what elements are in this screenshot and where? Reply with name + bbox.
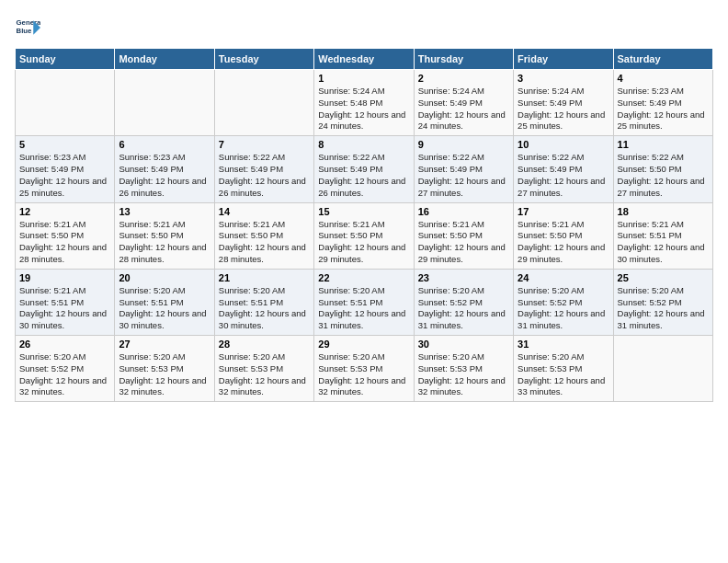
- day-number: 10: [518, 139, 609, 150]
- page-header: General Blue: [15, 15, 713, 40]
- calendar-cell: [214, 70, 313, 136]
- day-info: Sunrise: 5:20 AM Sunset: 5:53 PM Dayligh…: [418, 351, 509, 398]
- logo-icon: General Blue: [15, 15, 40, 40]
- day-number: 28: [219, 339, 310, 350]
- day-info: Sunrise: 5:22 AM Sunset: 5:50 PM Dayligh…: [618, 152, 709, 199]
- calendar-cell: 5Sunrise: 5:23 AM Sunset: 5:49 PM Daylig…: [16, 136, 115, 202]
- calendar-cell: 31Sunrise: 5:20 AM Sunset: 5:53 PM Dayli…: [514, 336, 613, 402]
- svg-text:Blue: Blue: [17, 27, 33, 35]
- calendar-cell: [115, 70, 214, 136]
- day-number: 3: [518, 73, 609, 84]
- calendar-cell: 6Sunrise: 5:23 AM Sunset: 5:49 PM Daylig…: [115, 136, 214, 202]
- day-number: 14: [219, 206, 310, 217]
- calendar-cell: 2Sunrise: 5:24 AM Sunset: 5:49 PM Daylig…: [414, 70, 513, 136]
- day-number: 5: [19, 139, 110, 150]
- calendar-table: SundayMondayTuesdayWednesdayThursdayFrid…: [15, 48, 713, 402]
- calendar-cell: 3Sunrise: 5:24 AM Sunset: 5:49 PM Daylig…: [514, 70, 613, 136]
- calendar-cell: 16Sunrise: 5:21 AM Sunset: 5:50 PM Dayli…: [414, 202, 513, 269]
- day-number: 25: [618, 272, 709, 283]
- day-info: Sunrise: 5:21 AM Sunset: 5:51 PM Dayligh…: [618, 219, 709, 266]
- day-info: Sunrise: 5:20 AM Sunset: 5:53 PM Dayligh…: [318, 351, 409, 398]
- day-number: 1: [318, 73, 409, 84]
- calendar-cell: 26Sunrise: 5:20 AM Sunset: 5:52 PM Dayli…: [16, 336, 115, 402]
- calendar-cell: 15Sunrise: 5:21 AM Sunset: 5:50 PM Dayli…: [314, 202, 414, 269]
- calendar-cell: 17Sunrise: 5:21 AM Sunset: 5:50 PM Dayli…: [514, 202, 613, 269]
- calendar-cell: 1Sunrise: 5:24 AM Sunset: 5:48 PM Daylig…: [314, 70, 414, 136]
- day-info: Sunrise: 5:20 AM Sunset: 5:51 PM Dayligh…: [219, 285, 310, 332]
- day-info: Sunrise: 5:24 AM Sunset: 5:49 PM Dayligh…: [518, 86, 609, 132]
- calendar-week-row: 19Sunrise: 5:21 AM Sunset: 5:51 PM Dayli…: [16, 269, 713, 335]
- day-info: Sunrise: 5:20 AM Sunset: 5:51 PM Dayligh…: [119, 285, 210, 332]
- day-number: 21: [219, 272, 310, 283]
- day-number: 24: [518, 272, 609, 283]
- calendar-cell: 20Sunrise: 5:20 AM Sunset: 5:51 PM Dayli…: [115, 269, 214, 335]
- header-cell-thursday: Thursday: [414, 49, 513, 70]
- day-info: Sunrise: 5:21 AM Sunset: 5:50 PM Dayligh…: [219, 219, 310, 266]
- day-info: Sunrise: 5:23 AM Sunset: 5:49 PM Dayligh…: [618, 86, 709, 132]
- calendar-cell: 4Sunrise: 5:23 AM Sunset: 5:49 PM Daylig…: [613, 70, 712, 136]
- calendar-cell: 29Sunrise: 5:20 AM Sunset: 5:53 PM Dayli…: [314, 336, 414, 402]
- day-number: 12: [19, 206, 110, 217]
- day-info: Sunrise: 5:20 AM Sunset: 5:52 PM Dayligh…: [19, 351, 110, 398]
- day-number: 2: [418, 73, 509, 84]
- day-info: Sunrise: 5:20 AM Sunset: 5:53 PM Dayligh…: [119, 351, 210, 398]
- day-number: 15: [318, 206, 409, 217]
- day-number: 16: [418, 206, 509, 217]
- day-info: Sunrise: 5:22 AM Sunset: 5:49 PM Dayligh…: [518, 152, 609, 199]
- calendar-cell: 13Sunrise: 5:21 AM Sunset: 5:50 PM Dayli…: [115, 202, 214, 269]
- day-number: 29: [318, 339, 409, 350]
- day-number: 23: [418, 272, 509, 283]
- header-cell-tuesday: Tuesday: [214, 49, 313, 70]
- header-cell-monday: Monday: [115, 49, 214, 70]
- calendar-cell: 28Sunrise: 5:20 AM Sunset: 5:53 PM Dayli…: [214, 336, 313, 402]
- calendar-week-row: 5Sunrise: 5:23 AM Sunset: 5:49 PM Daylig…: [16, 136, 713, 202]
- day-info: Sunrise: 5:21 AM Sunset: 5:50 PM Dayligh…: [518, 219, 609, 266]
- header-cell-friday: Friday: [514, 49, 613, 70]
- calendar-cell: 23Sunrise: 5:20 AM Sunset: 5:52 PM Dayli…: [414, 269, 513, 335]
- day-info: Sunrise: 5:21 AM Sunset: 5:50 PM Dayligh…: [418, 219, 509, 266]
- day-number: 8: [318, 139, 409, 150]
- day-info: Sunrise: 5:22 AM Sunset: 5:49 PM Dayligh…: [318, 152, 409, 199]
- day-number: 30: [418, 339, 509, 350]
- day-number: 26: [19, 339, 110, 350]
- calendar-cell: 30Sunrise: 5:20 AM Sunset: 5:53 PM Dayli…: [414, 336, 513, 402]
- calendar-cell: [613, 336, 712, 402]
- day-number: 9: [418, 139, 509, 150]
- calendar-cell: 18Sunrise: 5:21 AM Sunset: 5:51 PM Dayli…: [613, 202, 712, 269]
- day-number: 19: [19, 272, 110, 283]
- calendar-cell: 22Sunrise: 5:20 AM Sunset: 5:51 PM Dayli…: [314, 269, 414, 335]
- day-info: Sunrise: 5:20 AM Sunset: 5:52 PM Dayligh…: [518, 285, 609, 332]
- day-info: Sunrise: 5:21 AM Sunset: 5:50 PM Dayligh…: [318, 219, 409, 266]
- calendar-header-row: SundayMondayTuesdayWednesdayThursdayFrid…: [16, 49, 713, 70]
- day-info: Sunrise: 5:23 AM Sunset: 5:49 PM Dayligh…: [119, 152, 210, 199]
- day-info: Sunrise: 5:20 AM Sunset: 5:51 PM Dayligh…: [318, 285, 409, 332]
- calendar-cell: 8Sunrise: 5:22 AM Sunset: 5:49 PM Daylig…: [314, 136, 414, 202]
- calendar-week-row: 26Sunrise: 5:20 AM Sunset: 5:52 PM Dayli…: [16, 336, 713, 402]
- header-cell-saturday: Saturday: [613, 49, 712, 70]
- calendar-week-row: 12Sunrise: 5:21 AM Sunset: 5:50 PM Dayli…: [16, 202, 713, 269]
- day-info: Sunrise: 5:20 AM Sunset: 5:52 PM Dayligh…: [418, 285, 509, 332]
- day-number: 22: [318, 272, 409, 283]
- day-number: 18: [618, 206, 709, 217]
- day-info: Sunrise: 5:21 AM Sunset: 5:50 PM Dayligh…: [19, 219, 110, 266]
- calendar-cell: 19Sunrise: 5:21 AM Sunset: 5:51 PM Dayli…: [16, 269, 115, 335]
- header-cell-wednesday: Wednesday: [314, 49, 414, 70]
- calendar-cell: 10Sunrise: 5:22 AM Sunset: 5:49 PM Dayli…: [514, 136, 613, 202]
- day-info: Sunrise: 5:20 AM Sunset: 5:53 PM Dayligh…: [518, 351, 609, 398]
- calendar-cell: 7Sunrise: 5:22 AM Sunset: 5:49 PM Daylig…: [214, 136, 313, 202]
- day-info: Sunrise: 5:22 AM Sunset: 5:49 PM Dayligh…: [219, 152, 310, 199]
- day-number: 6: [119, 139, 210, 150]
- day-info: Sunrise: 5:21 AM Sunset: 5:50 PM Dayligh…: [119, 219, 210, 266]
- day-number: 11: [618, 139, 709, 150]
- day-number: 4: [618, 73, 709, 84]
- day-number: 7: [219, 139, 310, 150]
- header-cell-sunday: Sunday: [16, 49, 115, 70]
- calendar-cell: 24Sunrise: 5:20 AM Sunset: 5:52 PM Dayli…: [514, 269, 613, 335]
- day-number: 13: [119, 206, 210, 217]
- logo: General Blue: [15, 15, 44, 40]
- day-info: Sunrise: 5:24 AM Sunset: 5:48 PM Dayligh…: [318, 86, 409, 132]
- day-number: 31: [518, 339, 609, 350]
- day-info: Sunrise: 5:20 AM Sunset: 5:53 PM Dayligh…: [219, 351, 310, 398]
- calendar-cell: 9Sunrise: 5:22 AM Sunset: 5:49 PM Daylig…: [414, 136, 513, 202]
- day-number: 27: [119, 339, 210, 350]
